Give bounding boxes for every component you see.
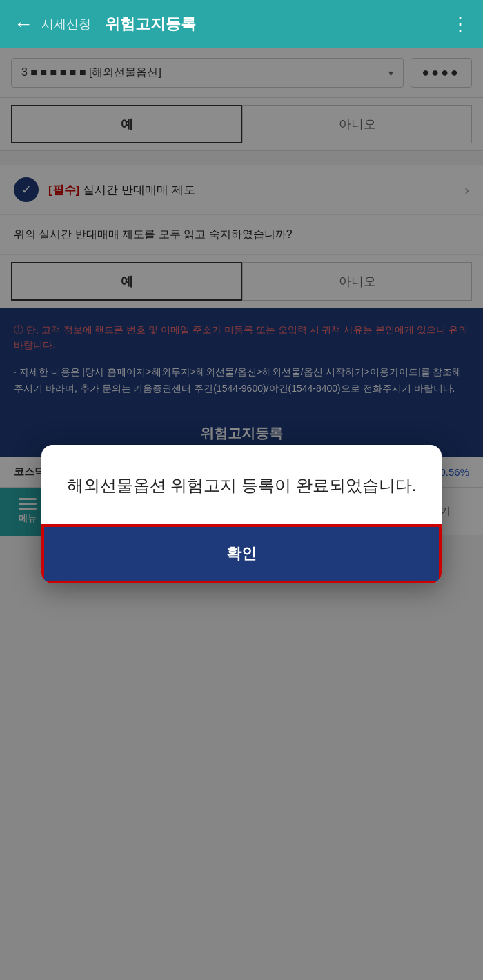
modal-confirm-button[interactable]: 확인 [41, 524, 442, 583]
modal-message: 해외선물옵션 위험고지 등록이 완료되었습니다. [66, 472, 417, 499]
header-left: ← 시세신청 위험고지등록 [14, 13, 196, 35]
header-title: 위험고지등록 [105, 14, 196, 34]
header-subtitle: 시세신청 [41, 16, 91, 32]
modal-body: 해외선물옵션 위험고지 등록이 완료되었습니다. [41, 445, 442, 523]
app-header: ← 시세신청 위험고지등록 ⋮ [0, 0, 483, 48]
main-content: 3 ■ ■ ■ ■ ■ ■ [해외선물옵션] ▾ ●●●● 예 아니오 ✓ [필… [0, 48, 483, 980]
modal-dialog: 해외선물옵션 위험고지 등록이 완료되었습니다. 확인 [41, 445, 442, 583]
more-options-button[interactable]: ⋮ [451, 14, 469, 35]
modal-overlay: 해외선물옵션 위험고지 등록이 완료되었습니다. 확인 [0, 48, 483, 980]
back-button[interactable]: ← [14, 13, 33, 35]
